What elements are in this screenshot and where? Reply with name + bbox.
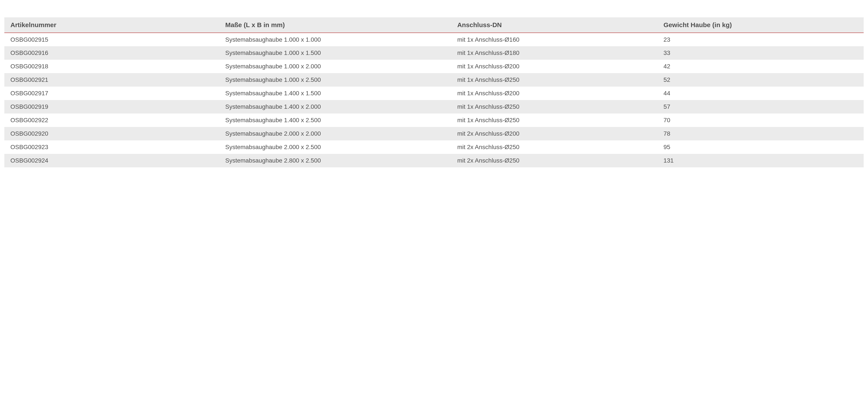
table-row: OSBG002923 Systemabsaughaube 2.000 x 2.5… xyxy=(4,140,864,154)
cell-gewicht: 78 xyxy=(657,127,864,140)
cell-masse: Systemabsaughaube 2.800 x 2.500 xyxy=(219,154,451,167)
cell-anschluss: mit 1x Anschluss-Ø250 xyxy=(451,100,657,114)
table-row: OSBG002921 Systemabsaughaube 1.000 x 2.5… xyxy=(4,73,864,87)
cell-masse: Systemabsaughaube 1.400 x 1.500 xyxy=(219,87,451,100)
cell-anschluss: mit 1x Anschluss-Ø160 xyxy=(451,33,657,46)
cell-masse: Systemabsaughaube 2.000 x 2.000 xyxy=(219,127,451,140)
cell-anschluss: mit 1x Anschluss-Ø180 xyxy=(451,46,657,60)
header-gewicht: Gewicht Haube (in kg) xyxy=(657,18,864,33)
cell-anschluss: mit 2x Anschluss-Ø250 xyxy=(451,154,657,167)
cell-artikelnummer: OSBG002920 xyxy=(4,127,219,140)
table-row: OSBG002915 Systemabsaughaube 1.000 x 1.0… xyxy=(4,33,864,46)
cell-artikelnummer: OSBG002921 xyxy=(4,73,219,87)
table-row: OSBG002918 Systemabsaughaube 1.000 x 2.0… xyxy=(4,60,864,73)
cell-artikelnummer: OSBG002918 xyxy=(4,60,219,73)
cell-masse: Systemabsaughaube 1.000 x 2.000 xyxy=(219,60,451,73)
table-row: OSBG002916 Systemabsaughaube 1.000 x 1.5… xyxy=(4,46,864,60)
cell-artikelnummer: OSBG002923 xyxy=(4,140,219,154)
header-artikelnummer: Artikelnummer xyxy=(4,18,219,33)
cell-anschluss: mit 2x Anschluss-Ø250 xyxy=(451,140,657,154)
cell-masse: Systemabsaughaube 1.000 x 2.500 xyxy=(219,73,451,87)
cell-masse: Systemabsaughaube 1.400 x 2.000 xyxy=(219,100,451,114)
cell-artikelnummer: OSBG002924 xyxy=(4,154,219,167)
cell-anschluss: mit 1x Anschluss-Ø200 xyxy=(451,87,657,100)
cell-anschluss: mit 2x Anschluss-Ø200 xyxy=(451,127,657,140)
table-row: OSBG002917 Systemabsaughaube 1.400 x 1.5… xyxy=(4,87,864,100)
cell-masse: Systemabsaughaube 1.000 x 1.000 xyxy=(219,33,451,46)
cell-gewicht: 131 xyxy=(657,154,864,167)
cell-gewicht: 52 xyxy=(657,73,864,87)
cell-gewicht: 95 xyxy=(657,140,864,154)
cell-anschluss: mit 1x Anschluss-Ø200 xyxy=(451,60,657,73)
table-row: OSBG002924 Systemabsaughaube 2.800 x 2.5… xyxy=(4,154,864,167)
cell-masse: Systemabsaughaube 2.000 x 2.500 xyxy=(219,140,451,154)
table-body: OSBG002915 Systemabsaughaube 1.000 x 1.0… xyxy=(4,33,864,167)
header-anschluss: Anschluss-DN xyxy=(451,18,657,33)
cell-gewicht: 70 xyxy=(657,114,864,127)
cell-anschluss: mit 1x Anschluss-Ø250 xyxy=(451,73,657,87)
cell-gewicht: 57 xyxy=(657,100,864,114)
header-masse: Maße (L x B in mm) xyxy=(219,18,451,33)
cell-masse: Systemabsaughaube 1.400 x 2.500 xyxy=(219,114,451,127)
cell-gewicht: 33 xyxy=(657,46,864,60)
cell-gewicht: 23 xyxy=(657,33,864,46)
cell-gewicht: 42 xyxy=(657,60,864,73)
cell-artikelnummer: OSBG002916 xyxy=(4,46,219,60)
cell-gewicht: 44 xyxy=(657,87,864,100)
table-header-row: Artikelnummer Maße (L x B in mm) Anschlu… xyxy=(4,18,864,33)
table-row: OSBG002920 Systemabsaughaube 2.000 x 2.0… xyxy=(4,127,864,140)
table-row: OSBG002922 Systemabsaughaube 1.400 x 2.5… xyxy=(4,114,864,127)
cell-artikelnummer: OSBG002917 xyxy=(4,87,219,100)
product-table: Artikelnummer Maße (L x B in mm) Anschlu… xyxy=(4,18,864,167)
table-row: OSBG002919 Systemabsaughaube 1.400 x 2.0… xyxy=(4,100,864,114)
cell-masse: Systemabsaughaube 1.000 x 1.500 xyxy=(219,46,451,60)
cell-artikelnummer: OSBG002915 xyxy=(4,33,219,46)
cell-artikelnummer: OSBG002922 xyxy=(4,114,219,127)
cell-anschluss: mit 1x Anschluss-Ø250 xyxy=(451,114,657,127)
cell-artikelnummer: OSBG002919 xyxy=(4,100,219,114)
